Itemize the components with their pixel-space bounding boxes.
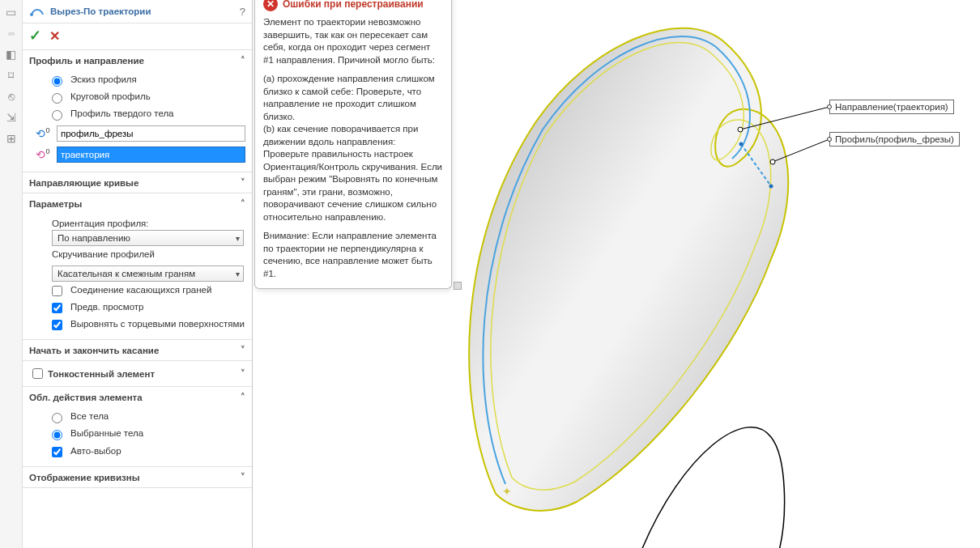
chevron-down-icon: ˅ bbox=[241, 177, 245, 188]
error-paragraph: Внимание: Если направление элемента по т… bbox=[263, 230, 443, 280]
toolbar-icon-5[interactable]: ⎋ bbox=[4, 89, 19, 104]
svg-point-3 bbox=[769, 185, 773, 189]
profile-input[interactable] bbox=[57, 125, 245, 142]
svg-point-0 bbox=[30, 13, 33, 16]
toolbar-icon-1[interactable]: ▭ bbox=[4, 5, 19, 19]
error-paragraph: Элемент по траектории невозможно заверши… bbox=[263, 16, 443, 66]
ok-button[interactable]: ✓ bbox=[29, 27, 41, 45]
radio-circular-profile[interactable]: Круговой профиль bbox=[29, 89, 245, 106]
callout-direction[interactable]: Направление(траектория) bbox=[829, 100, 954, 114]
chevron-down-icon: ˅ bbox=[241, 472, 245, 482]
section-header-profile[interactable]: Профиль и направление ˄ bbox=[23, 50, 252, 70]
help-icon[interactable]: ? bbox=[240, 6, 245, 18]
left-toolbar: ▭ ⎓ ◧ ⌑ ⎋ ⇲ ⊞ bbox=[0, 0, 23, 548]
chevron-down-icon: ˅ bbox=[241, 368, 245, 379]
rebuild-error-popup: ✕ Ошибки при перестраивании Элемент по т… bbox=[254, 0, 452, 289]
section-guide-curves: Направляющие кривые ˅ bbox=[23, 172, 252, 193]
callout-label: Профиль(профиль_фрезы) bbox=[835, 134, 954, 144]
checkbox-label: Авто-выбор bbox=[70, 445, 121, 457]
section-header-curvature[interactable]: Отображение кривизны ˅ bbox=[23, 467, 252, 487]
check-auto-select[interactable]: Авто-выбор bbox=[29, 443, 245, 460]
feature-title: Вырез-По траектории bbox=[50, 6, 240, 16]
toolbar-icon-2[interactable]: ⎓ bbox=[4, 26, 19, 40]
section-header-thin[interactable]: Тонкостенный элемент ˅ bbox=[23, 361, 252, 386]
section-title: Профиль и направление bbox=[29, 56, 241, 66]
svg-point-2 bbox=[739, 142, 744, 147]
callout-anchor-icon bbox=[827, 104, 832, 109]
checkbox-label: Выровнять с торцевыми поверхностями bbox=[70, 318, 245, 329]
radio-label: Все тела bbox=[70, 411, 109, 421]
section-title: Направляющие кривые bbox=[29, 178, 241, 188]
chevron-up-icon: ˄ bbox=[241, 392, 245, 402]
section-thin: Тонкостенный элемент ˅ bbox=[23, 361, 252, 387]
section-parameters: Параметры ˄ Ориентация профиля: По напра… bbox=[23, 193, 252, 340]
section-curvature: Отображение кривизны ˅ bbox=[23, 467, 252, 488]
section-header-scope[interactable]: Обл. действия элемента ˄ bbox=[23, 387, 252, 407]
twist-label: Скручивание профилей bbox=[29, 246, 245, 261]
error-paragraph: (а) прохождение направления слишком близ… bbox=[263, 73, 443, 123]
path-input[interactable] bbox=[57, 147, 245, 163]
panel-header: Вырез-По траектории ? bbox=[23, 0, 252, 23]
profile-input-row: ⟲0 bbox=[29, 123, 245, 144]
twist-select[interactable]: Касательная к смежным граням ▾ bbox=[52, 266, 244, 282]
callout-label: Направление(траектория) bbox=[835, 102, 948, 112]
chevron-up-icon: ˄ bbox=[241, 55, 245, 66]
radio-label: Выбранные тела bbox=[70, 428, 143, 438]
path-input-row: ⟲0 bbox=[29, 144, 245, 165]
radio-label: Профиль твердого тела bbox=[70, 108, 174, 118]
section-title: Тонкостенный элемент bbox=[48, 369, 241, 379]
radio-label: Эскиз профиля bbox=[70, 74, 137, 84]
orientation-label: Ориентация профиля: bbox=[29, 215, 245, 230]
check-align-end[interactable]: Выровнять с торцевыми поверхностями bbox=[29, 316, 245, 333]
graphics-viewport[interactable]: ✦ Направление(траектория) Профиль(профил… bbox=[253, 0, 980, 548]
radio-sketch-profile[interactable]: Эскиз профиля bbox=[29, 72, 245, 89]
callout-anchor-icon bbox=[827, 137, 832, 142]
popup-resize-handle[interactable] bbox=[454, 282, 462, 290]
radio-all-bodies[interactable]: Все тела bbox=[29, 409, 245, 426]
panel-actions: ✓ ✕ bbox=[23, 23, 252, 50]
svg-point-4 bbox=[738, 127, 743, 132]
property-panel: Вырез-По траектории ? ✓ ✕ Профиль и напр… bbox=[23, 0, 253, 548]
dropdown-arrow-icon: ▾ bbox=[236, 270, 240, 278]
section-header-params[interactable]: Параметры ˄ bbox=[23, 193, 252, 214]
check-merge-tangent[interactable]: Соединение касающихся граней bbox=[29, 282, 245, 299]
sketch-curve bbox=[641, 427, 785, 548]
section-scope: Обл. действия элемента ˄ Все тела Выбран… bbox=[23, 387, 252, 467]
cancel-button[interactable]: ✕ bbox=[49, 28, 60, 44]
section-title: Обл. действия элемента bbox=[29, 393, 241, 402]
check-preview[interactable]: Предв. просмотр bbox=[29, 299, 245, 316]
callout-profile[interactable]: Профиль(профиль_фрезы) bbox=[829, 132, 960, 147]
error-title: Ошибки при перестраивании bbox=[283, 0, 424, 11]
path-slot-icon: ⟲0 bbox=[34, 147, 52, 162]
toolbar-icon-4[interactable]: ⌑ bbox=[4, 68, 19, 83]
thin-checkbox[interactable] bbox=[32, 368, 43, 379]
section-profile-direction: Профиль и направление ˄ Эскиз профиля Кр… bbox=[23, 50, 252, 172]
select-value: По направлению bbox=[58, 233, 130, 243]
section-start-end: Начать и закончить касание ˅ bbox=[23, 340, 252, 361]
section-header-start-end[interactable]: Начать и закончить касание ˅ bbox=[23, 340, 252, 360]
section-title: Параметры bbox=[29, 199, 241, 209]
section-header-guides[interactable]: Направляющие кривые ˅ bbox=[23, 172, 252, 193]
checkbox-label: Предв. просмотр bbox=[70, 301, 144, 312]
toolbar-icon-7[interactable]: ⊞ bbox=[4, 131, 19, 146]
section-title: Отображение кривизны bbox=[29, 473, 241, 482]
swept-cut-icon bbox=[29, 3, 45, 19]
direction-arrow-icon: ✦ bbox=[502, 485, 512, 498]
select-value: Касательная к смежным граням bbox=[58, 269, 195, 278]
radio-solid-profile[interactable]: Профиль твердого тела bbox=[29, 106, 245, 123]
orientation-select[interactable]: По направлению ▾ bbox=[52, 230, 244, 246]
svg-point-5 bbox=[770, 159, 775, 164]
checkbox-label: Соединение касающихся граней bbox=[70, 284, 211, 295]
profile-slot-icon: ⟲0 bbox=[34, 126, 52, 141]
error-icon: ✕ bbox=[263, 0, 278, 11]
error-paragraph: (b) как сечение поворачивается при движе… bbox=[263, 123, 443, 223]
radio-label: Круговой профиль bbox=[70, 91, 151, 101]
section-title: Начать и закончить касание bbox=[29, 346, 241, 355]
toolbar-icon-3[interactable]: ◧ bbox=[4, 47, 19, 62]
dropdown-arrow-icon: ▾ bbox=[236, 234, 240, 243]
chevron-up-icon: ˄ bbox=[241, 198, 245, 209]
toolbar-icon-6[interactable]: ⇲ bbox=[4, 110, 19, 125]
chevron-down-icon: ˅ bbox=[241, 345, 245, 355]
radio-selected-bodies[interactable]: Выбранные тела bbox=[29, 426, 245, 443]
